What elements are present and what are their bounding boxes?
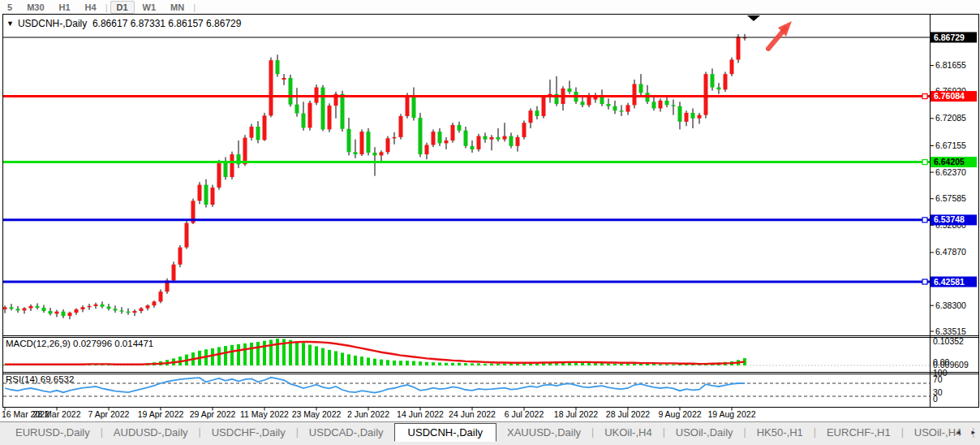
macd-bar [600, 363, 604, 365]
timeframe-button-mn[interactable]: MN [164, 1, 191, 14]
macd-scale-label: 0.10352 [933, 336, 964, 346]
candle-up [282, 78, 286, 80]
line-handle[interactable] [922, 94, 927, 99]
macd-bar [367, 357, 370, 365]
candle-down [127, 312, 131, 313]
candle-down [367, 132, 371, 153]
macd-bar [263, 341, 266, 365]
candle-down [62, 312, 66, 316]
candle-down [678, 106, 682, 122]
price-tick-label: 6.57585 [935, 193, 966, 203]
candle-up [230, 154, 234, 177]
symbol-tab-usdchf-daily[interactable]: USDCHF-,Daily [201, 424, 296, 441]
tab-scroll-right-icon[interactable]: ▸ [971, 428, 975, 436]
candle-up [133, 311, 137, 313]
candle-down [10, 307, 14, 309]
macd-bar [477, 363, 480, 365]
timeframe-button-h4[interactable]: H4 [79, 1, 103, 14]
candle-down [101, 305, 105, 307]
line-handle[interactable] [922, 160, 927, 165]
tab-scroll-left-icon[interactable]: ◂ [956, 428, 961, 436]
symbol-tab-eurchf-h1[interactable]: EURCHF-,H1 [816, 424, 901, 441]
rsi-scale-label: 0 [933, 394, 938, 404]
chart-canvas[interactable]: 6.816556.769206.720856.671556.623706.575… [0, 14, 980, 421]
symbol-tab-usdcnh-daily[interactable]: USDCNH-,Daily [394, 423, 496, 442]
candle-up [406, 95, 410, 116]
candle-down [620, 110, 624, 111]
symbol-tab-audusd-daily[interactable]: AUDUSD-,Daily [103, 424, 199, 441]
candle-up [88, 306, 92, 307]
candle-down [717, 88, 721, 90]
symbol-tab-usdcad-daily[interactable]: USDCAD-,Daily [299, 424, 394, 441]
symbol-tab-usoil-daily[interactable]: USOil-,Daily [665, 424, 744, 441]
candle-down [458, 125, 462, 131]
candle-up [393, 137, 397, 138]
symbol-tab-eurusd-daily[interactable]: EURUSD-,Daily [5, 424, 101, 441]
current-price-badge: 6.86729 [934, 32, 965, 42]
macd-bar [607, 363, 610, 365]
candle-down [354, 152, 358, 154]
candle-down [419, 118, 423, 154]
macd-bar [425, 362, 428, 365]
macd-bar [613, 364, 617, 365]
candle-up [698, 115, 702, 119]
timeframe-button-w1[interactable]: W1 [136, 1, 163, 14]
candle-up [477, 136, 481, 149]
candle-up [724, 74, 728, 89]
candle-up [23, 309, 27, 311]
date-label: 11 May 2022 [240, 409, 289, 419]
macd-bar [250, 343, 253, 365]
symbol-tab-xauusd-daily[interactable]: XAUUSD-,Daily [496, 424, 591, 441]
rsi-scale-label: 70 [933, 374, 943, 384]
candle-up [542, 97, 546, 116]
macd-bar [393, 361, 396, 365]
candle-up [328, 106, 332, 129]
symbol-tab-ukoil-h4[interactable]: UKOil-,H4 [974, 424, 980, 441]
macd-bar [458, 363, 461, 365]
candle-up [172, 265, 176, 281]
price-tick-label: 6.33515 [935, 326, 966, 336]
candle-down [107, 307, 111, 309]
candle-up [146, 305, 150, 308]
macd-bar [224, 346, 227, 365]
line-handle[interactable] [922, 279, 927, 284]
symbol-tab-ukoil-h4[interactable]: UKOil-,H4 [594, 424, 663, 441]
timeframe-button-5[interactable]: 5 [1, 1, 19, 14]
symbol-tab-bar: EURUSD-,Daily|AUDUSD-,Daily|USDCHF-,Dail… [0, 421, 980, 445]
level-price-badge: 6.53748 [934, 214, 965, 224]
macd-bar [380, 360, 383, 365]
timeframe-button-h1[interactable]: H1 [53, 1, 77, 14]
candle-down [613, 106, 617, 110]
price-tick-label: 6.72085 [935, 113, 966, 123]
date-label: 28 Jul 2022 [606, 409, 650, 419]
candle-up [55, 312, 59, 314]
macd-bar [652, 364, 655, 365]
macd-bar [308, 344, 312, 365]
macd-bar [256, 342, 260, 365]
symbol-tab-hk50-h1[interactable]: HK50-,H1 [746, 424, 814, 441]
macd-bar [522, 364, 526, 365]
macd-bar [496, 364, 500, 365]
date-label: 2 Jun 2022 [347, 409, 389, 419]
date-label: 6 Jul 2022 [505, 409, 544, 419]
candle-down [484, 136, 488, 140]
chart-ohlc-values: 6.86617 6.87331 6.86157 6.86729 [92, 18, 242, 29]
candle-down [581, 102, 585, 105]
macd-bar [432, 362, 435, 365]
macd-bar [691, 365, 694, 365]
date-label: 24 Jun 2022 [449, 409, 496, 419]
timeframe-button-d1[interactable]: D1 [110, 1, 135, 14]
candle-down [36, 306, 40, 308]
timeframe-button-m30[interactable]: M30 [20, 1, 50, 14]
candle-up [399, 116, 403, 137]
candle-down [535, 110, 539, 116]
candle-down [289, 78, 293, 105]
macd-bar [633, 364, 636, 365]
candle-up [29, 306, 33, 309]
macd-bar [620, 364, 623, 365]
candle-up [529, 110, 533, 123]
timeframe-toolbar: 5M30H1H4|D1W1MN| [0, 0, 980, 14]
line-handle[interactable] [922, 218, 927, 222]
macd-bar [321, 348, 325, 365]
candle-up [243, 138, 247, 165]
